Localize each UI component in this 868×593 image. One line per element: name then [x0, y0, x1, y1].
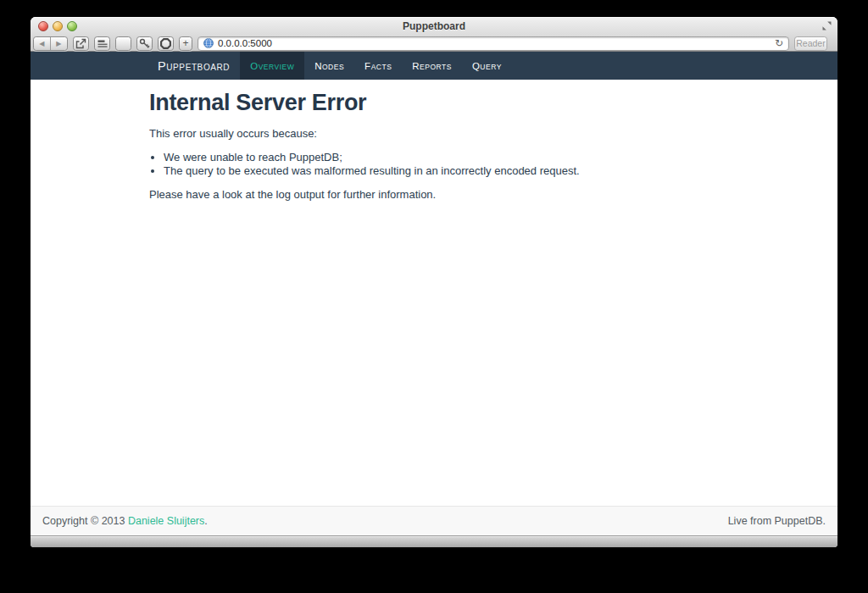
browser-chrome: Puppetboard ◀ ▶ [31, 17, 837, 52]
password-key-button[interactable] [136, 36, 153, 51]
page-footer: Copyright © 2013 Daniele Sluijters. Live… [31, 506, 837, 535]
nav-tab-query-label: Query [472, 61, 502, 71]
zoom-button[interactable] [67, 21, 77, 31]
screen: { "window": { "title": "Puppetboard" }, … [0, 0, 868, 593]
url-input[interactable] [218, 38, 771, 48]
minimize-button[interactable] [53, 21, 63, 31]
nav-tab-nodes[interactable]: Nodes [304, 52, 354, 80]
close-button[interactable] [38, 21, 48, 31]
window-controls [38, 21, 77, 31]
reading-list-button[interactable] [94, 36, 110, 51]
fullscreen-arrows-icon [822, 21, 832, 30]
site-navbar: Puppetboard Overview Nodes Facts Reports… [31, 52, 837, 80]
author-link[interactable]: Daniele Sluijters [128, 515, 204, 527]
forward-button[interactable]: ▶ [51, 37, 68, 50]
browser-toolbar: ◀ ▶ [31, 36, 837, 51]
reader-button-label: Reader [796, 38, 825, 48]
window-title: Puppetboard [31, 17, 837, 36]
page-title: Internal Server Error [149, 90, 804, 116]
nav-tab-facts[interactable]: Facts [354, 52, 402, 80]
forward-icon: ▶ [56, 40, 61, 47]
nav-tab-facts-label: Facts [364, 61, 392, 71]
browser-window: Puppetboard ◀ ▶ [31, 17, 837, 547]
navbar-brand-label: Puppetboard [158, 59, 230, 73]
navbar-brand[interactable]: Puppetboard [147, 52, 240, 80]
fullscreen-button[interactable] [821, 20, 832, 31]
nav-tab-overview[interactable]: Overview [240, 52, 304, 80]
footer-copyright: Copyright © 2013 Daniele Sluijters. [42, 515, 208, 527]
site-favicon-globe-icon [203, 38, 214, 48]
window-bottom-bar [31, 535, 837, 547]
address-bar[interactable]: ↻ [198, 36, 789, 51]
history-navigation: ◀ ▶ [33, 36, 68, 51]
titlebar[interactable]: Puppetboard [31, 17, 837, 36]
reload-icon[interactable]: ↻ [775, 38, 783, 48]
share-button[interactable] [73, 36, 89, 51]
list-item: We were unable to reach PuppetDB; [164, 151, 804, 164]
footer-status-text: Live from PuppetDB. [728, 515, 826, 527]
extension-octagon-button[interactable] [158, 36, 174, 51]
error-reasons-list: We were unable to reach PuppetDB; The qu… [149, 151, 804, 177]
new-tab-button[interactable]: + [179, 36, 192, 51]
error-outro-text: Please have a look at the log output for… [149, 188, 804, 201]
plus-icon: + [182, 38, 188, 48]
nav-tab-overview-label: Overview [250, 61, 294, 71]
key-icon [139, 38, 150, 49]
octagon-icon [160, 38, 171, 49]
back-button[interactable]: ◀ [34, 37, 51, 50]
list-item: The query to be executed was malformed r… [164, 164, 804, 178]
back-icon: ◀ [39, 40, 44, 47]
page-content: Internal Server Error This error usually… [31, 80, 837, 506]
nav-tab-reports-label: Reports [412, 61, 452, 71]
copyright-text: Copyright © 2013 [42, 515, 128, 527]
nav-tab-query[interactable]: Query [462, 52, 512, 80]
reader-button[interactable]: Reader [794, 36, 827, 51]
copyright-period: . [204, 515, 207, 527]
nav-tab-nodes-label: Nodes [314, 61, 344, 71]
blank-toolbar-button[interactable] [115, 36, 131, 51]
nav-tab-reports[interactable]: Reports [402, 52, 462, 80]
list-lines-icon [97, 39, 108, 48]
share-icon [75, 38, 86, 49]
error-intro-text: This error usually occurs because: [149, 127, 804, 140]
